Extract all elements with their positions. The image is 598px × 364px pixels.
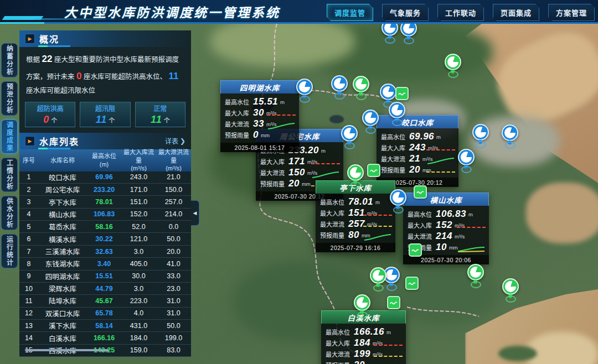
- reservoir-marker-normal[interactable]: [445, 54, 461, 70]
- table-row[interactable]: 10梁辉水库44.793.023.0: [19, 283, 191, 295]
- station-marker[interactable]: [409, 243, 422, 257]
- gauge-pie-icon: [382, 22, 398, 36]
- wave-icon: [411, 247, 419, 253]
- list-section-header: ▶ 水库列表 详表 ❯: [19, 133, 191, 149]
- nav-button[interactable]: 工作联动: [437, 4, 484, 21]
- cell-name: 周公宅水库: [38, 184, 87, 195]
- stat-number: 11: [96, 114, 107, 125]
- overview-stats: 超防洪高0个超汛限11个正常11个: [25, 102, 185, 127]
- detail-link[interactable]: 详表 ❯: [165, 136, 185, 145]
- nav-button[interactable]: 气象服务: [382, 4, 429, 21]
- cell-index: 6: [19, 235, 38, 243]
- wave-icon: [408, 280, 416, 286]
- nav-button[interactable]: 方案管理: [548, 4, 595, 21]
- cell-level: 69.96: [87, 173, 121, 181]
- cell-inflow: 30.0: [121, 272, 156, 280]
- side-tab[interactable]: 预泄分析: [1, 81, 18, 116]
- table-row[interactable]: 2周公宅水库233.20171.0150.0: [19, 184, 191, 196]
- table-row[interactable]: 14白溪水库166.16184.0199.0: [19, 332, 191, 344]
- gauge-pie-icon: [502, 124, 518, 141]
- reservoir-marker-over-limit[interactable]: [458, 149, 475, 165]
- popup-timestamp: 2025-07-29 16:16: [316, 243, 395, 252]
- cell-name: 三溪浦水库: [38, 246, 87, 257]
- table-row[interactable]: 4横山水库106.83152.0214.0: [19, 209, 191, 221]
- cell-outflow: 214.0: [156, 210, 191, 218]
- cell-inflow: 3.0: [121, 285, 156, 293]
- station-marker[interactable]: [395, 87, 409, 100]
- popup-body: 最高水位78.01m最大入库151m³/s最大泄流257m³/s预报雨量80mm: [316, 194, 395, 243]
- side-tab[interactable]: 调度成果: [1, 119, 18, 154]
- cell-name: 横溪水库: [38, 234, 87, 245]
- popup-data-row: 最高水位78.01m: [320, 196, 391, 207]
- popup-sparklines: [363, 210, 392, 243]
- panel-collapse-handle[interactable]: ◀: [191, 200, 199, 226]
- table-row[interactable]: 12双溪口水库65.784.031.0: [19, 308, 191, 320]
- cell-level: 3.40: [87, 260, 121, 268]
- reservoir-marker-over-limit[interactable]: [341, 125, 358, 142]
- cell-name: 梁辉水库: [38, 283, 87, 294]
- reservoir-marker-over-limit[interactable]: [400, 22, 417, 37]
- reservoir-marker-over-limit[interactable]: [362, 110, 379, 126]
- side-tab[interactable]: 供水分析: [1, 196, 18, 230]
- table-row[interactable]: 6横溪水库30.22121.050.0: [19, 233, 191, 245]
- gauge-pie-icon: [354, 294, 370, 311]
- nav-button[interactable]: 页面集成: [493, 4, 539, 21]
- nav-button[interactable]: 调度监管: [327, 4, 373, 21]
- table-row[interactable]: 8东钱湖水库3.40405.041.0: [19, 258, 191, 270]
- table-row[interactable]: 1皎口水库69.96243.021.0: [19, 171, 191, 184]
- cell-index: 8: [19, 260, 38, 268]
- reservoir-marker-over-limit[interactable]: [472, 124, 489, 141]
- reservoir-marker-over-limit[interactable]: [296, 79, 313, 95]
- cell-inflow: 3.0: [121, 248, 156, 256]
- station-marker[interactable]: [414, 185, 427, 199]
- reservoir-marker-normal[interactable]: [354, 294, 370, 311]
- cell-name: 葛岙水库: [38, 221, 87, 232]
- popup-row-label: 最高水位: [326, 327, 352, 336]
- reservoir-marker-over-limit[interactable]: [382, 22, 398, 36]
- table-row[interactable]: 9四明湖水库15.5130.033.0: [19, 271, 191, 283]
- table-row[interactable]: 11陆埠水库45.67223.031.0: [19, 295, 191, 307]
- sparkline: [374, 362, 403, 364]
- section-arrow-icon: ▶: [25, 34, 35, 44]
- side-tab[interactable]: 运行统计: [1, 234, 18, 268]
- wave-icon: [370, 168, 378, 173]
- cell-level: 65.78: [87, 309, 121, 317]
- station-marker[interactable]: [387, 296, 400, 309]
- table-row[interactable]: 13溪下水库58.14431.050.0: [19, 320, 191, 332]
- side-tab[interactable]: 纳蓄分析: [1, 43, 18, 77]
- sparkline: [363, 210, 392, 221]
- reservoir-marker-over-limit[interactable]: [390, 189, 406, 206]
- popup-row-label: 最大入库: [326, 339, 352, 347]
- table-row[interactable]: 7三溪浦水库32.633.020.0: [19, 246, 191, 258]
- table-row[interactable]: 3亭下水库78.01151.0257.0: [19, 196, 191, 208]
- popup-sparklines: [457, 222, 486, 255]
- horizontal-scrollbar[interactable]: [25, 349, 109, 351]
- reservoir-marker-over-limit[interactable]: [331, 75, 348, 92]
- section-arrow-icon: ▶: [25, 136, 35, 146]
- reservoir-marker-normal[interactable]: [370, 267, 386, 284]
- station-marker[interactable]: [405, 277, 419, 290]
- sparkline: [267, 121, 296, 132]
- popup-row-unit: m: [280, 99, 285, 105]
- table-row[interactable]: 5葛岙水库58.1652.00.0: [19, 221, 191, 233]
- reservoir-marker-normal[interactable]: [347, 164, 364, 181]
- popup-row-label: 最大入库: [408, 221, 434, 230]
- reservoir-marker-normal[interactable]: [502, 278, 519, 295]
- reservoir-marker-normal[interactable]: [353, 76, 369, 92]
- overview-summary: 根据 22 座大型和重要防洪中型水库最新预报调度方案，预计未来 0 座水库可能超…: [19, 47, 191, 99]
- popup-data-row: 最高水位15.51m: [225, 96, 295, 107]
- reservoir-marker-normal[interactable]: [467, 264, 484, 280]
- popup-body: 最高水位69.96m最大入库243m³/s最大泄流21m³/s预报雨量20mm: [377, 128, 458, 178]
- cell-level: 32.63: [87, 248, 121, 256]
- sparkline: [311, 169, 340, 180]
- cell-index: 4: [19, 210, 38, 218]
- cell-level: 58.16: [87, 223, 121, 231]
- gauge-pie-icon: [400, 22, 417, 37]
- popup-row-label: 最大泄流: [381, 154, 407, 163]
- popup-row-value: 152: [436, 220, 452, 231]
- station-marker[interactable]: [367, 164, 380, 177]
- reservoir-marker-over-limit[interactable]: [380, 84, 396, 100]
- reservoir-marker-over-limit[interactable]: [502, 124, 518, 141]
- reservoir-marker-over-limit[interactable]: [389, 102, 405, 118]
- side-tab[interactable]: 工情分析: [1, 158, 18, 192]
